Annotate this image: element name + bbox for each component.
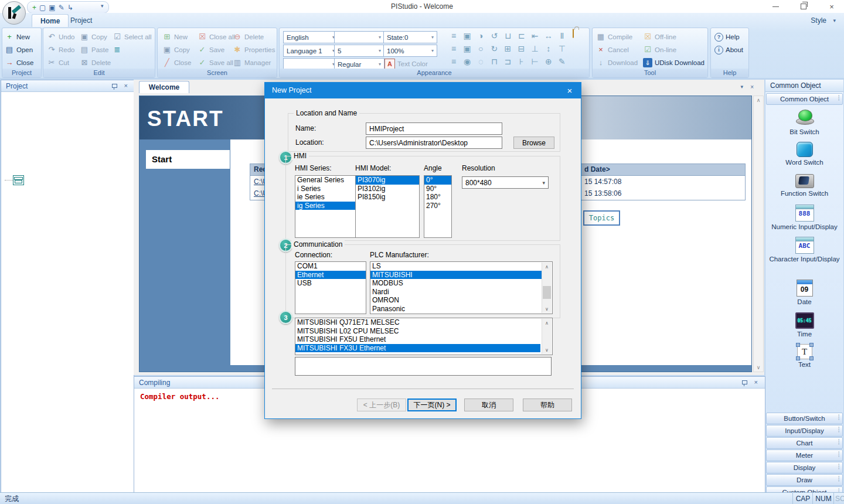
close-project-button[interactable]: →Close xyxy=(5,57,33,69)
help-button[interactable]: ?Help xyxy=(714,31,740,43)
list-item-selected[interactable]: PI3070ig xyxy=(356,176,419,185)
cancel-button[interactable]: 取消 xyxy=(464,399,513,411)
list-item-selected[interactable]: Ethernet xyxy=(295,271,366,280)
undo-button[interactable]: ↶Undo xyxy=(47,31,75,43)
send-to-back-icon[interactable]: ▣ xyxy=(461,43,474,55)
circle-tool-icon[interactable]: ◉ xyxy=(461,56,474,67)
sidebar-item-time[interactable]: 05:45 Time xyxy=(765,311,843,338)
list-item[interactable]: OMRON xyxy=(370,296,552,305)
sidebar-item-word-switch[interactable]: Word Switch xyxy=(765,141,843,166)
zoom-combo[interactable]: 100%▾ xyxy=(383,45,437,57)
list-item[interactable]: COM1 xyxy=(295,262,366,271)
flip-vertical-icon[interactable]: ⊦ xyxy=(515,56,528,67)
text-align-right-icon[interactable]: ≡ xyxy=(447,56,460,67)
category-meter[interactable]: Meter┆ xyxy=(766,449,843,461)
close-window-button[interactable]: × xyxy=(823,1,840,12)
tab-welcome[interactable]: Welcome xyxy=(139,81,189,93)
list-item-selected[interactable]: MITSUBISHI FX3U Ethernet xyxy=(295,344,540,353)
reshape-icon[interactable]: ○ xyxy=(474,43,487,55)
connection-listbox[interactable]: COM1 Ethernet USB xyxy=(295,261,366,314)
manager-button[interactable]: ▥Manager xyxy=(233,57,271,69)
open-project-button[interactable]: ▤Open xyxy=(5,44,33,56)
list-item[interactable]: LS xyxy=(370,262,544,271)
select-all-button[interactable]: ☑Select all xyxy=(113,31,152,43)
screen-copy-button[interactable]: ▣Copy xyxy=(162,44,190,56)
sidebar-item-character-input-display[interactable]: ABC Character Input/Display xyxy=(765,236,843,263)
project-name-input[interactable]: HMIProject xyxy=(366,122,502,135)
font-size-combo[interactable]: 5▾ xyxy=(334,45,384,57)
list-item[interactable]: MODBUS xyxy=(370,279,552,288)
minimize-button[interactable] xyxy=(767,1,784,12)
app-logo[interactable] xyxy=(2,1,26,25)
scroll-up-icon[interactable]: ∧ xyxy=(754,96,763,104)
rotate-left-icon[interactable]: ↺ xyxy=(488,30,501,42)
canvas-vertical-scrollbar[interactable]: ∧ ∨ xyxy=(753,96,764,372)
save-button[interactable]: ✓Save xyxy=(198,44,224,56)
protocol-listbox[interactable]: MITSUBISHI QJ71E71 MELSEC MITSUBISHI L02… xyxy=(295,318,553,355)
plc-list-scrollbar[interactable]: ∧ ∨ xyxy=(542,263,552,313)
lock-icon[interactable] xyxy=(573,29,574,38)
dialog-help-button[interactable]: 帮助 xyxy=(523,399,572,411)
redo-button[interactable]: ↷Redo xyxy=(47,44,75,56)
list-item[interactable]: Panasonic xyxy=(370,305,552,314)
pin-icon[interactable] xyxy=(112,84,117,88)
align-middle-v-icon[interactable]: ⊟ xyxy=(515,43,528,55)
previous-step-button[interactable]: < 上一步(B) xyxy=(357,399,406,411)
hmi-model-listbox[interactable]: PI3070ig PI3102ig PI8150ig xyxy=(355,175,420,238)
list-item-selected[interactable]: MITSUBISHI xyxy=(370,271,542,280)
online-button[interactable]: ☑On-line xyxy=(643,44,676,56)
align-top-edges-icon[interactable]: ⊤ xyxy=(556,43,569,55)
sidebar-item-bit-switch[interactable]: Bit Switch xyxy=(765,109,843,136)
scroll-up-icon[interactable]: ∧ xyxy=(542,319,552,327)
category-chart[interactable]: Chart┆ xyxy=(766,437,843,449)
align-left-edges-icon[interactable]: ⊏ xyxy=(515,30,528,42)
delete-button[interactable]: ⊠Delete xyxy=(80,57,111,69)
screen-new-button[interactable]: ⊞New xyxy=(162,31,188,43)
scroll-down-icon[interactable]: ∨ xyxy=(542,346,552,354)
protocol-list-scrollbar[interactable]: ∧ ∨ xyxy=(542,319,552,354)
shift-left-icon[interactable]: ⇤ xyxy=(529,30,542,42)
compile-button[interactable]: ▦Compile xyxy=(596,31,632,43)
font-combo[interactable]: ▾ xyxy=(334,31,384,43)
style-menu[interactable]: Style xyxy=(811,16,826,25)
qat-export-icon[interactable]: ↳ xyxy=(67,4,73,11)
category-display[interactable]: Display┆ xyxy=(766,462,843,474)
list-item[interactable]: PI8150ig xyxy=(356,193,419,202)
screen-delete-button[interactable]: ⊖Delete xyxy=(233,31,264,43)
qat-save-icon[interactable]: ▣ xyxy=(49,4,55,11)
list-item[interactable]: MITSUBISHI FX5U Ethernet xyxy=(295,335,552,344)
sidebar-item-text[interactable]: T Text xyxy=(765,342,843,369)
copy-button[interactable]: ▣Copy xyxy=(80,31,107,43)
scroll-down-icon[interactable]: ∨ xyxy=(754,363,763,372)
list-item[interactable]: MITSUBISHI L02 CPU MELSEC xyxy=(295,327,552,336)
restore-button[interactable] xyxy=(795,1,812,12)
plc-manufacturer-listbox[interactable]: LS MITSUBISHI MODBUS Nardi OMRON Panason… xyxy=(370,261,553,314)
scrollbar-thumb[interactable] xyxy=(543,286,551,299)
cut-button[interactable]: ✂Cut xyxy=(47,57,69,69)
list-item[interactable]: 270° xyxy=(424,202,451,210)
tab-close-icon[interactable]: × xyxy=(750,84,754,90)
align-bottom-edges-icon[interactable]: ⊥ xyxy=(529,43,542,55)
properties-button[interactable]: ✱Properties xyxy=(233,44,275,56)
freeform-select-icon[interactable]: ◌ xyxy=(474,56,487,67)
next-page-button[interactable]: 下一页(N) > xyxy=(407,399,457,411)
project-tree-node-icon[interactable] xyxy=(13,175,24,185)
merge-shapes-icon[interactable]: ◑ xyxy=(474,30,487,42)
cancel-compile-button[interactable]: ×Cancel xyxy=(596,44,629,56)
text-align-center-icon[interactable]: ≡ xyxy=(447,43,460,55)
category-input-display[interactable]: Input/Display┆ xyxy=(766,425,843,437)
about-button[interactable]: iAbout xyxy=(714,44,743,56)
equal-width-icon[interactable]: ↔ xyxy=(542,30,555,42)
angle-listbox[interactable]: 0° 90° 180° 270° xyxy=(424,175,452,238)
align-center-h-icon[interactable]: ⊞ xyxy=(501,43,514,55)
text-align-left-icon[interactable]: ≡ xyxy=(447,30,460,42)
align-top-icon[interactable]: ⊓ xyxy=(488,56,501,67)
screen-close-button[interactable]: ╱Close xyxy=(162,57,191,69)
qat-new-icon[interactable]: + xyxy=(32,4,36,11)
new-project-button[interactable]: +New xyxy=(5,31,30,43)
sidebar-item-numeric-input-display[interactable]: 888 Numeric Input/Display xyxy=(765,204,843,231)
state-combo[interactable]: State:0▾ xyxy=(383,31,437,43)
text-color-button[interactable]: AText Color xyxy=(384,58,428,70)
download-button[interactable]: ↓Download xyxy=(596,57,638,69)
style-chevron-icon[interactable]: ▾ xyxy=(833,18,836,23)
